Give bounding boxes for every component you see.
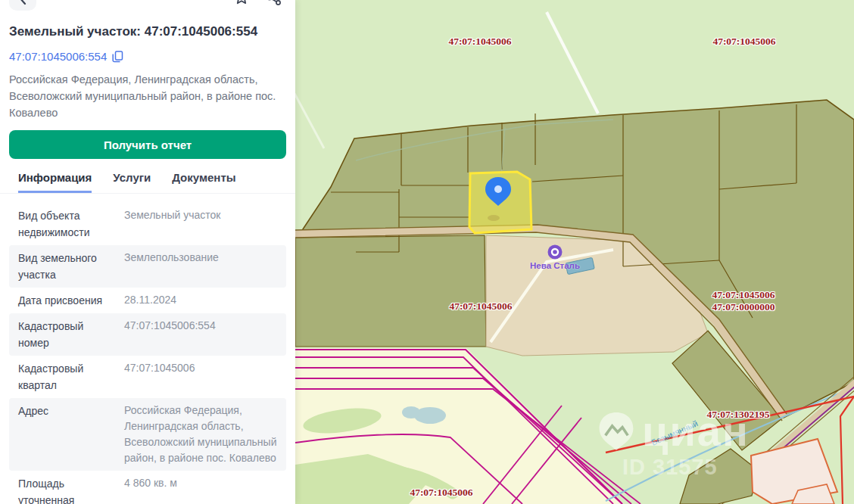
table-row: Кадастровый квартал 47:07:1045006 [9,356,286,398]
cadastral-map[interactable]: 47:07:1045006 47:07:1045006 47:07:104500… [295,0,854,504]
object-info-panel: Земельный участок: 47:07:1045006:554 47:… [0,0,295,504]
row-label: Площадь уточненная [18,475,111,504]
share-button[interactable] [260,0,288,11]
row-value: 4 860 кв. м [124,475,286,504]
row-value: Земельный участок [124,207,286,241]
object-address: Российская Федерация, Ленинградская обла… [9,71,282,121]
app: Земельный участок: 47:07:1045006:554 47:… [0,0,854,504]
info-table: Вид объекта недвижимости Земельный участ… [0,203,295,504]
map-canvas[interactable] [295,0,854,504]
row-value: Российская Федерация, Ленинградская обла… [124,403,286,466]
row-label: Адрес [18,403,111,466]
panel-topbar [0,0,295,17]
tab-services[interactable]: Услуги [113,171,151,193]
cadastral-number-link[interactable]: 47:07:1045006:554 [9,50,123,63]
get-report-button[interactable]: Получить отчет [9,130,286,159]
row-value: 47:07:1045006 [124,360,286,394]
pond [402,406,420,418]
row-value: 28.11.2024 [124,292,286,309]
row-label: Вид объекта недвижимости [18,207,111,241]
table-row: Вид объекта недвижимости Земельный участ… [9,203,286,245]
table-row: Адрес Российская Федерация, Ленинградска… [9,398,286,471]
row-label: Кадастровый квартал [18,360,111,394]
poi-marker[interactable] [548,245,563,260]
back-button[interactable] [9,0,36,11]
row-value: Землепользование [124,250,286,283]
table-row: Дата присвоения 28.11.2024 [9,288,286,313]
row-label: Вид земельного участка [18,250,111,283]
table-row: Площадь уточненная 4 860 кв. м [9,471,286,504]
parcel-detail [488,215,500,221]
star-icon [232,0,251,7]
tab-information[interactable]: Информация [18,171,92,193]
row-label: Дата присвоения [18,292,111,309]
favorite-button[interactable] [228,0,255,11]
cadastral-number-text: 47:07:1045006:554 [9,50,107,63]
copy-icon[interactable] [112,51,123,63]
tab-bar: Информация Услуги Документы [0,166,295,194]
row-value: 47:07:1045006:554 [124,318,286,351]
tab-documents[interactable]: Документы [172,171,235,193]
share-icon [265,0,283,7]
table-row: Кадастровый номер 47:07:1045006:554 [9,313,286,356]
table-row: Вид земельного участка Землепользование [9,245,286,288]
chevron-left-icon [9,0,36,11]
row-label: Кадастровый номер [18,318,111,351]
page-title: Земельный участок: 47:07:1045006:554 [9,24,286,39]
